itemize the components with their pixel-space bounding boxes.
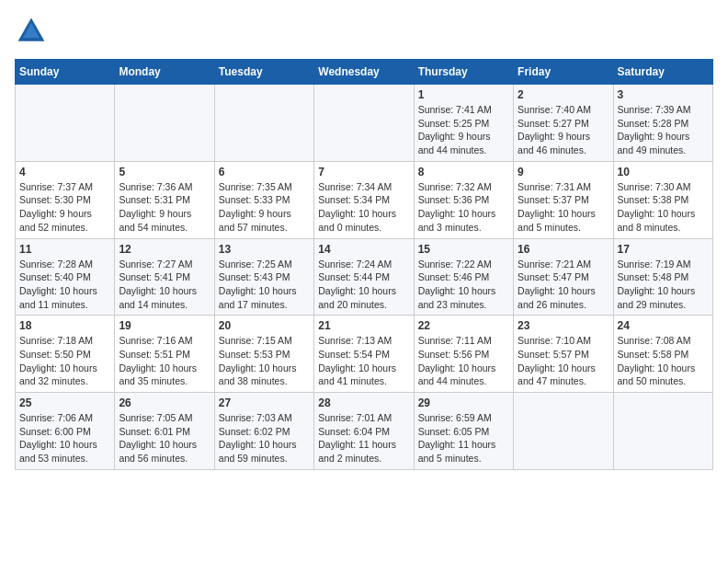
day-info: Sunrise: 7:25 AMSunset: 5:43 PMDaylight:… — [219, 258, 310, 312]
day-cell: 12Sunrise: 7:27 AMSunset: 5:41 PMDayligh… — [115, 238, 214, 316]
day-number: 1 — [418, 88, 509, 101]
day-info: Sunrise: 7:06 AMSunset: 6:00 PMDaylight:… — [19, 411, 110, 465]
week-row-4: 18Sunrise: 7:18 AMSunset: 5:50 PMDayligh… — [16, 316, 713, 393]
header-cell-friday: Friday — [514, 60, 613, 85]
day-info: Sunrise: 7:24 AMSunset: 5:44 PMDaylight:… — [318, 258, 409, 312]
day-number: 5 — [119, 166, 210, 178]
day-cell: 17Sunrise: 7:19 AMSunset: 5:48 PMDayligh… — [613, 238, 712, 316]
header-row: SundayMondayTuesdayWednesdayThursdayFrid… — [16, 60, 713, 85]
day-number: 6 — [219, 166, 310, 178]
day-cell: 20Sunrise: 7:15 AMSunset: 5:53 PMDayligh… — [214, 316, 313, 393]
day-number: 17 — [618, 243, 709, 256]
day-cell: 27Sunrise: 7:03 AMSunset: 6:02 PMDayligh… — [214, 393, 313, 470]
day-info: Sunrise: 7:05 AMSunset: 6:01 PMDaylight:… — [119, 411, 210, 465]
day-cell: 5Sunrise: 7:36 AMSunset: 5:31 PMDaylight… — [115, 161, 214, 238]
day-info: Sunrise: 7:40 AMSunset: 5:27 PMDaylight:… — [518, 103, 609, 157]
header-cell-thursday: Thursday — [414, 60, 513, 85]
logo-icon — [15, 15, 48, 48]
day-number: 4 — [19, 166, 110, 178]
day-info: Sunrise: 7:31 AMSunset: 5:37 PMDaylight:… — [518, 180, 609, 235]
week-row-1: 1Sunrise: 7:41 AMSunset: 5:25 PMDaylight… — [16, 85, 713, 162]
day-cell: 9Sunrise: 7:31 AMSunset: 5:37 PMDaylight… — [514, 161, 613, 238]
day-info: Sunrise: 7:18 AMSunset: 5:50 PMDaylight:… — [19, 334, 110, 388]
day-info: Sunrise: 7:13 AMSunset: 5:54 PMDaylight:… — [318, 334, 409, 388]
day-number: 26 — [119, 396, 210, 409]
day-info: Sunrise: 7:36 AMSunset: 5:31 PMDaylight:… — [119, 180, 210, 235]
week-row-5: 25Sunrise: 7:06 AMSunset: 6:00 PMDayligh… — [16, 393, 713, 470]
day-cell: 22Sunrise: 7:11 AMSunset: 5:56 PMDayligh… — [414, 316, 513, 393]
day-number: 12 — [119, 243, 210, 256]
day-cell — [514, 393, 613, 470]
day-cell: 23Sunrise: 7:10 AMSunset: 5:57 PMDayligh… — [514, 316, 613, 393]
day-cell: 16Sunrise: 7:21 AMSunset: 5:47 PMDayligh… — [514, 238, 613, 316]
calendar-header: SundayMondayTuesdayWednesdayThursdayFrid… — [16, 60, 713, 85]
week-row-3: 11Sunrise: 7:28 AMSunset: 5:40 PMDayligh… — [16, 238, 713, 316]
day-cell: 28Sunrise: 7:01 AMSunset: 6:04 PMDayligh… — [314, 393, 414, 470]
day-cell: 24Sunrise: 7:08 AMSunset: 5:58 PMDayligh… — [613, 316, 712, 393]
day-info: Sunrise: 7:16 AMSunset: 5:51 PMDaylight:… — [119, 334, 210, 388]
logo — [15, 15, 51, 48]
day-cell — [16, 85, 115, 162]
day-info: Sunrise: 7:27 AMSunset: 5:41 PMDaylight:… — [119, 258, 210, 312]
day-number: 25 — [19, 396, 110, 409]
day-cell: 18Sunrise: 7:18 AMSunset: 5:50 PMDayligh… — [16, 316, 115, 393]
day-info: Sunrise: 7:39 AMSunset: 5:28 PMDaylight:… — [618, 103, 709, 157]
day-info: Sunrise: 7:11 AMSunset: 5:56 PMDaylight:… — [418, 334, 509, 388]
day-cell: 15Sunrise: 7:22 AMSunset: 5:46 PMDayligh… — [414, 238, 513, 316]
day-info: Sunrise: 7:30 AMSunset: 5:38 PMDaylight:… — [618, 180, 709, 235]
day-number: 7 — [318, 166, 409, 178]
day-cell — [115, 85, 214, 162]
day-info: Sunrise: 7:22 AMSunset: 5:46 PMDaylight:… — [418, 258, 509, 312]
day-number: 19 — [119, 319, 210, 332]
day-cell: 26Sunrise: 7:05 AMSunset: 6:01 PMDayligh… — [115, 393, 214, 470]
day-info: Sunrise: 7:21 AMSunset: 5:47 PMDaylight:… — [518, 258, 609, 312]
day-info: Sunrise: 7:34 AMSunset: 5:34 PMDaylight:… — [318, 180, 409, 235]
day-number: 8 — [418, 166, 509, 178]
day-cell — [214, 85, 313, 162]
day-cell: 3Sunrise: 7:39 AMSunset: 5:28 PMDaylight… — [613, 85, 712, 162]
week-row-2: 4Sunrise: 7:37 AMSunset: 5:30 PMDaylight… — [16, 161, 713, 238]
day-cell — [314, 85, 414, 162]
calendar-body: 1Sunrise: 7:41 AMSunset: 5:25 PMDaylight… — [16, 85, 713, 470]
day-info: Sunrise: 7:32 AMSunset: 5:36 PMDaylight:… — [418, 180, 509, 235]
day-cell: 21Sunrise: 7:13 AMSunset: 5:54 PMDayligh… — [314, 316, 414, 393]
header-cell-sunday: Sunday — [16, 60, 115, 85]
day-number: 20 — [219, 319, 310, 332]
day-cell: 25Sunrise: 7:06 AMSunset: 6:00 PMDayligh… — [16, 393, 115, 470]
day-info: Sunrise: 7:41 AMSunset: 5:25 PMDaylight:… — [418, 103, 509, 157]
day-cell — [613, 393, 712, 470]
day-number: 23 — [518, 319, 609, 332]
day-info: Sunrise: 7:15 AMSunset: 5:53 PMDaylight:… — [219, 334, 310, 388]
day-number: 14 — [318, 243, 409, 256]
day-info: Sunrise: 7:08 AMSunset: 5:58 PMDaylight:… — [618, 334, 709, 388]
day-cell: 2Sunrise: 7:40 AMSunset: 5:27 PMDaylight… — [514, 85, 613, 162]
header-cell-monday: Monday — [115, 60, 214, 85]
day-number: 9 — [518, 166, 609, 178]
day-cell: 29Sunrise: 6:59 AMSunset: 6:05 PMDayligh… — [414, 393, 513, 470]
day-number: 21 — [318, 319, 409, 332]
day-number: 27 — [219, 396, 310, 409]
day-info: Sunrise: 7:35 AMSunset: 5:33 PMDaylight:… — [219, 180, 310, 235]
day-number: 22 — [418, 319, 509, 332]
day-info: Sunrise: 7:10 AMSunset: 5:57 PMDaylight:… — [518, 334, 609, 388]
page-header — [15, 15, 713, 48]
day-cell: 13Sunrise: 7:25 AMSunset: 5:43 PMDayligh… — [214, 238, 313, 316]
day-info: Sunrise: 6:59 AMSunset: 6:05 PMDaylight:… — [418, 411, 509, 465]
day-number: 18 — [19, 319, 110, 332]
day-number: 28 — [318, 396, 409, 409]
day-number: 16 — [518, 243, 609, 256]
day-number: 10 — [618, 166, 709, 178]
day-number: 13 — [219, 243, 310, 256]
day-number: 29 — [418, 396, 509, 409]
header-cell-wednesday: Wednesday — [314, 60, 414, 85]
day-info: Sunrise: 7:01 AMSunset: 6:04 PMDaylight:… — [318, 411, 409, 465]
calendar-table: SundayMondayTuesdayWednesdayThursdayFrid… — [15, 59, 713, 470]
day-cell: 10Sunrise: 7:30 AMSunset: 5:38 PMDayligh… — [613, 161, 712, 238]
day-cell: 6Sunrise: 7:35 AMSunset: 5:33 PMDaylight… — [214, 161, 313, 238]
day-cell: 4Sunrise: 7:37 AMSunset: 5:30 PMDaylight… — [16, 161, 115, 238]
header-cell-tuesday: Tuesday — [214, 60, 313, 85]
day-info: Sunrise: 7:03 AMSunset: 6:02 PMDaylight:… — [219, 411, 310, 465]
day-number: 24 — [618, 319, 709, 332]
day-number: 15 — [418, 243, 509, 256]
day-info: Sunrise: 7:37 AMSunset: 5:30 PMDaylight:… — [19, 180, 110, 235]
